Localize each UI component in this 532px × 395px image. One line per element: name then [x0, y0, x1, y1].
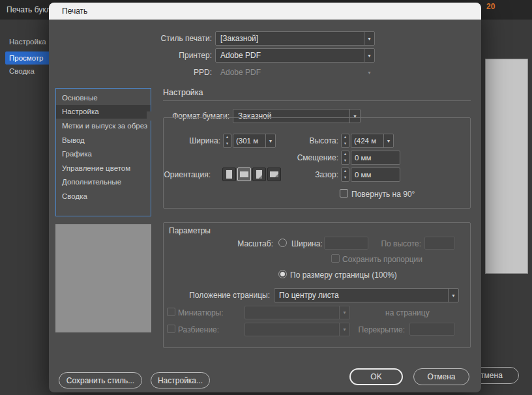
print-dialog: Печать Стиль печати: [Заказной] ▼ Принте…	[49, 3, 481, 392]
page-position-value: По центру листа	[274, 289, 448, 302]
scale-label: Масштаб:	[208, 239, 273, 248]
chevron-down-icon: ▼	[364, 49, 374, 62]
booklet-title: Печать букл	[7, 5, 51, 14]
chevron-down-icon: ▼	[448, 289, 458, 302]
orientation-label: Ориентация:	[164, 170, 211, 179]
page-preview-box	[55, 224, 151, 332]
thumbnails-checkbox	[167, 308, 175, 316]
stepper-up-icon[interactable]: ▲	[342, 134, 349, 141]
chevron-down-icon: ▼	[364, 66, 374, 79]
ok-button[interactable]: OK	[349, 368, 403, 385]
orientation-portrait-reverse-icon	[256, 170, 262, 179]
orientation-landscape-button[interactable]	[237, 168, 251, 181]
category-item-advanced[interactable]: Дополнительные	[56, 175, 151, 190]
printer-value: Adobe PDF	[216, 49, 364, 62]
category-item-color-management[interactable]: Управление цветом	[56, 161, 151, 175]
tiling-dropdown: ▼	[244, 323, 350, 336]
booklet-tab-summary[interactable]: Сводка	[9, 67, 35, 75]
category-item-summary[interactable]: Сводка	[56, 189, 151, 203]
thumbnails-value	[245, 306, 339, 319]
ppd-dropdown: Adobe PDF ▼	[215, 65, 375, 80]
tiling-checkbox	[167, 325, 175, 333]
gap-stepper[interactable]: ▲ ▼	[341, 168, 349, 182]
category-item-general[interactable]: Основные	[56, 91, 151, 105]
fit-to-page-label: По размеру страницы (100%)	[290, 271, 434, 280]
overlap-field	[409, 323, 455, 336]
ppd-label: PPD:	[108, 68, 212, 77]
printer-dropdown[interactable]: Adobe PDF ▼	[215, 48, 375, 63]
screen: Печать букл Настройка Просмотр Сводка тм…	[0, 0, 532, 395]
keep-proportions-checkbox	[331, 254, 340, 263]
rotate-90-label: Повернуть на 90°	[351, 190, 456, 199]
paper-settings-group: Ширина: ▲ ▼ (301 м ▼ Высота: ▲ ▼ (424 м …	[163, 117, 471, 209]
rotate-90-checkbox[interactable]	[340, 189, 348, 197]
setup-section-heading: Настройка	[163, 88, 203, 97]
gap-value: 0 мм	[355, 171, 371, 179]
stepper-up-icon[interactable]: ▲	[224, 134, 231, 141]
gap-field[interactable]: 0 мм	[351, 168, 400, 182]
thumbnails-label: Миниатюры:	[178, 308, 240, 317]
recording-indicator: 20	[486, 2, 495, 11]
category-item-setup[interactable]: Настройка	[56, 105, 151, 119]
stepper-down-icon[interactable]: ▼	[224, 141, 231, 147]
keep-proportions-label: Сохранить пропорции	[342, 255, 440, 264]
ppd-value: Adobe PDF	[216, 66, 364, 79]
cancel-button[interactable]: Отмена	[413, 368, 469, 385]
page-position-dropdown[interactable]: По центру листа ▼	[274, 288, 459, 302]
dialog-title: Печать	[62, 7, 87, 16]
print-style-label: Стиль печати:	[108, 34, 212, 43]
width-stepper[interactable]: ▲ ▼	[223, 134, 231, 148]
height-field[interactable]: (424 м ▼	[351, 134, 394, 148]
width-value: (301 м	[233, 134, 265, 147]
chevron-down-icon: ▼	[339, 306, 349, 319]
category-item-output[interactable]: Вывод	[56, 133, 151, 147]
scale-height-field	[424, 237, 455, 250]
dialog-titlebar[interactable]: Печать	[49, 3, 481, 20]
category-item-graphics[interactable]: Графика	[56, 147, 151, 161]
orientation-portrait-button[interactable]	[222, 168, 236, 181]
chevron-down-icon: ▼	[364, 32, 374, 45]
gap-label: Зазор:	[273, 170, 338, 179]
orientation-landscape-icon	[240, 171, 248, 177]
page-position-label: Положение страницы:	[177, 291, 270, 300]
stepper-down-icon[interactable]: ▼	[342, 175, 349, 181]
options-heading: Параметры	[169, 226, 211, 235]
height-label: Высота:	[286, 136, 338, 145]
chevron-down-icon: ▼	[265, 134, 275, 147]
width-label: Ширина:	[168, 136, 220, 145]
orientation-portrait-icon	[226, 170, 232, 179]
booklet-tab-setup[interactable]: Настройка	[9, 38, 46, 46]
height-value: (424 м	[351, 134, 383, 147]
print-style-dropdown[interactable]: [Заказной] ▼	[215, 31, 375, 46]
per-page-label: на страницу	[385, 308, 444, 317]
height-stepper[interactable]: ▲ ▼	[341, 134, 349, 148]
stepper-up-icon[interactable]: ▲	[342, 151, 349, 158]
offset-stepper[interactable]: ▲ ▼	[341, 151, 349, 165]
category-list: Основные Настройка Метки и выпуск за обр…	[55, 88, 151, 216]
overlap-label: Перекрытие:	[340, 325, 405, 334]
tiling-value	[245, 323, 339, 336]
tiling-label: Разбиение:	[178, 325, 240, 334]
thumbnails-dropdown: ▼	[244, 306, 350, 319]
offset-field[interactable]: 0 мм	[351, 151, 400, 165]
category-item-marks-bleed[interactable]: Метки и выпуск за обрез	[56, 119, 151, 133]
printer-label: Принтер:	[108, 51, 212, 60]
chevron-down-icon: ▼	[383, 134, 393, 147]
width-field[interactable]: (301 м ▼	[233, 134, 276, 148]
scale-height-label: По высоте:	[356, 239, 421, 248]
offset-label: Смещение:	[273, 153, 338, 162]
stepper-up-icon[interactable]: ▲	[342, 168, 349, 175]
print-style-value: [Заказной]	[216, 32, 364, 45]
scale-width-radio[interactable]	[278, 239, 287, 247]
options-group: Параметры Масштаб: Ширина: По высоте: Со…	[163, 222, 471, 348]
orientation-portrait-reverse-button[interactable]	[252, 168, 266, 181]
booklet-preview-pane	[485, 59, 528, 274]
save-style-button[interactable]: Сохранить стиль...	[59, 372, 142, 388]
booklet-tab-preview[interactable]: Просмотр	[5, 51, 52, 65]
fit-to-page-radio[interactable]	[278, 270, 287, 278]
section-divider	[163, 100, 471, 101]
printer-setup-button[interactable]: Настройка...	[151, 372, 210, 388]
stepper-down-icon[interactable]: ▼	[342, 158, 349, 164]
offset-value: 0 мм	[355, 154, 371, 162]
stepper-down-icon[interactable]: ▼	[342, 141, 349, 147]
